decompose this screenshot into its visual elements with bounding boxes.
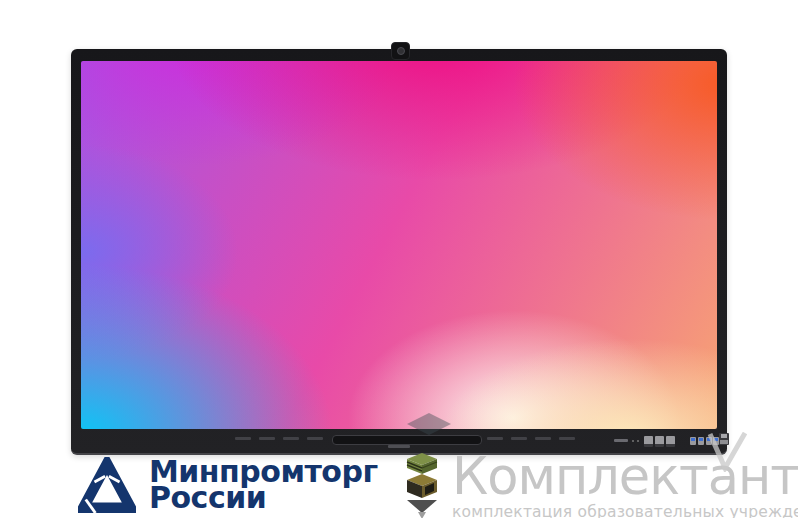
minpromtorg-triangle-icon	[78, 457, 136, 513]
led-dot	[632, 440, 634, 442]
display-screen	[81, 61, 717, 429]
komplektant-subtitle: комплектация образовательных учреждений	[452, 503, 798, 518]
pen-tray	[332, 435, 482, 445]
card-slot-icon	[614, 439, 628, 442]
hdmi-port-icon	[655, 436, 664, 447]
watermark-diamond-icon	[407, 413, 451, 435]
speaker-grille-right	[487, 437, 575, 440]
brand-mark	[388, 445, 410, 448]
usb-port-icon	[690, 437, 696, 445]
webcam-icon	[391, 42, 410, 60]
book-stack-cube-arrow-icon	[404, 453, 440, 518]
hdmi-port-icon	[644, 436, 653, 447]
minpromtorg-text: Минпромторг России	[149, 457, 378, 511]
hdmi-port-icon	[666, 436, 675, 447]
minpromtorg-logo: Минпромторг России	[78, 457, 378, 513]
camera-lens-icon	[397, 47, 405, 55]
led-dot	[637, 440, 639, 442]
speaker-grille-left	[235, 437, 323, 440]
display-panel	[71, 49, 727, 455]
product-photo: Комплектант комплектация образовательных…	[0, 0, 798, 518]
usb-port-icon	[698, 437, 704, 445]
watermark-check-icon	[706, 432, 748, 472]
